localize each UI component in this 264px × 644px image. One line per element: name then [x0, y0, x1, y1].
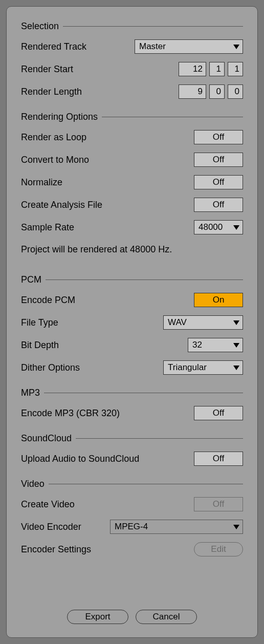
render-length-sixteenths[interactable]: 0 — [228, 84, 243, 99]
divider — [49, 484, 243, 484]
section-header-rendering: Rendering Options — [21, 112, 243, 122]
divider — [44, 393, 243, 393]
render-length-beats[interactable]: 0 — [209, 84, 225, 99]
dropdown-value: 32 — [192, 340, 202, 350]
sample-rate-dropdown[interactable]: 48000 — [194, 220, 243, 234]
rendered-track-label: Rendered Track — [21, 41, 86, 52]
bit-depth-label: Bit Depth — [21, 340, 59, 351]
sample-rate-info: Project will be rendered at 48000 Hz. — [21, 244, 243, 255]
bit-depth-dropdown[interactable]: 32 — [188, 338, 243, 352]
encode-pcm-toggle[interactable]: On — [194, 293, 243, 307]
render-start-group: 12 1 1 — [179, 62, 243, 76]
dropdown-value: WAV — [168, 317, 187, 328]
video-encoder-label: Video Encoder — [21, 522, 81, 532]
dither-dropdown[interactable]: Triangular — [163, 360, 243, 375]
section-title: Video — [21, 479, 45, 489]
render-start-bars[interactable]: 12 — [179, 62, 206, 76]
encode-mp3-toggle[interactable]: Off — [194, 406, 243, 420]
section-title: PCM — [21, 274, 41, 285]
create-video-toggle: Off — [194, 497, 243, 511]
cancel-button[interactable]: Cancel — [136, 610, 197, 624]
divider — [76, 438, 243, 439]
export-dialog: Selection Rendered Track Master Render S… — [6, 6, 258, 638]
dither-label: Dither Options — [21, 362, 80, 373]
analysis-file-toggle[interactable]: Off — [194, 198, 243, 212]
section-header-soundcloud: SoundCloud — [21, 433, 243, 444]
render-length-bars[interactable]: 9 — [179, 84, 206, 99]
dialog-footer: Export Cancel — [21, 610, 243, 627]
divider — [102, 117, 243, 117]
encoder-settings-label: Encoder Settings — [21, 544, 91, 555]
dropdown-value: Master — [139, 41, 166, 52]
convert-mono-toggle[interactable]: Off — [194, 153, 243, 167]
rendered-track-dropdown[interactable]: Master — [135, 39, 243, 54]
section-title: SoundCloud — [21, 433, 72, 444]
video-encoder-dropdown[interactable]: MPEG-4 — [110, 520, 243, 534]
section-header-video: Video — [21, 479, 243, 489]
upload-soundcloud-toggle[interactable]: Off — [194, 452, 243, 466]
render-length-label: Render Length — [21, 87, 82, 97]
chevron-down-icon — [233, 225, 239, 230]
section-title: Rendering Options — [21, 112, 98, 122]
section-header-mp3: MP3 — [21, 388, 243, 398]
chevron-down-icon — [233, 320, 239, 325]
normalize-label: Normalize — [21, 177, 62, 188]
analysis-file-label: Create Analysis File — [21, 200, 102, 210]
create-video-label: Create Video — [21, 499, 75, 510]
encoder-settings-edit-button: Edit — [194, 542, 243, 556]
divider — [63, 26, 243, 27]
section-header-selection: Selection — [21, 21, 243, 32]
section-title: MP3 — [21, 388, 40, 398]
chevron-down-icon — [233, 45, 239, 49]
render-length-group: 9 0 0 — [179, 84, 243, 99]
dropdown-value: Triangular — [168, 362, 207, 373]
render-start-sixteenths[interactable]: 1 — [228, 62, 243, 76]
normalize-toggle[interactable]: Off — [194, 175, 243, 189]
dropdown-value: 48000 — [199, 222, 223, 232]
render-start-beats[interactable]: 1 — [209, 62, 225, 76]
chevron-down-icon — [233, 366, 239, 370]
render-as-loop-label: Render as Loop — [21, 132, 86, 143]
render-as-loop-toggle[interactable]: Off — [194, 130, 243, 144]
section-header-pcm: PCM — [21, 274, 243, 285]
render-start-label: Render Start — [21, 64, 73, 75]
file-type-dropdown[interactable]: WAV — [163, 315, 243, 330]
section-title: Selection — [21, 21, 59, 32]
divider — [46, 280, 243, 280]
convert-mono-label: Convert to Mono — [21, 155, 89, 165]
chevron-down-icon — [233, 343, 239, 348]
upload-soundcloud-label: Upload Audio to SoundCloud — [21, 454, 139, 464]
dropdown-value: MPEG-4 — [115, 522, 148, 532]
chevron-down-icon — [233, 525, 239, 529]
encode-mp3-label: Encode MP3 (CBR 320) — [21, 408, 120, 419]
export-button[interactable]: Export — [67, 610, 128, 624]
sample-rate-label: Sample Rate — [21, 222, 74, 233]
file-type-label: File Type — [21, 317, 58, 328]
encode-pcm-label: Encode PCM — [21, 295, 75, 306]
